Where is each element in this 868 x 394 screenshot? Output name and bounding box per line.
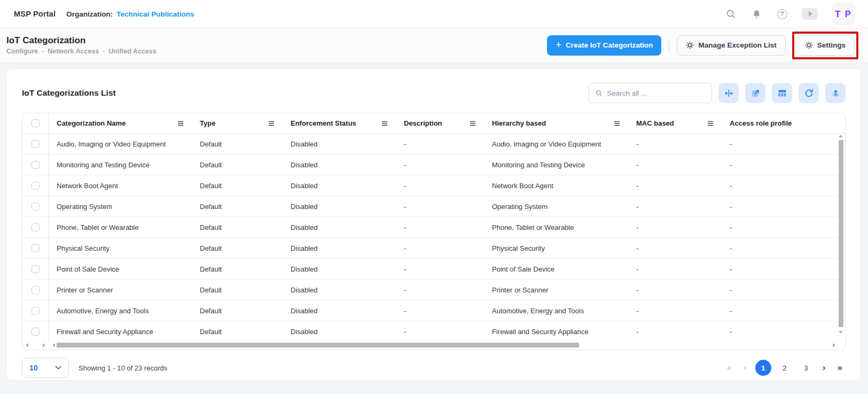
search-input[interactable] [607,89,705,97]
column-menu-icon[interactable] [470,121,476,126]
previous-page-button[interactable]: ‹ [740,362,750,373]
column-menu-icon[interactable] [381,121,388,126]
external-link-icon [750,88,761,98]
cell-description: - [396,203,484,211]
cell-type: Default [192,244,283,252]
export-button[interactable] [745,83,765,103]
row-checkbox[interactable] [32,265,40,273]
cell-categorization-name: Printer or Scanner [49,286,192,294]
column-header-access-role-profile: Access role profile [722,119,845,127]
row-checkbox[interactable] [32,203,40,211]
scroll-down-icon[interactable] [839,331,843,334]
row-checkbox-cell [22,280,49,300]
row-checkbox-cell [22,175,49,196]
select-all-cell [22,113,49,133]
cell-enforcement-status: Disabled [283,307,396,315]
first-page-button[interactable]: « [724,362,735,373]
cell-categorization-name: Phone, Tablet or Wearable [49,223,192,231]
cell-type: Default [192,307,283,315]
cell-description: - [396,328,484,336]
horizontal-scrollbar-thumb[interactable] [57,343,579,347]
page-number-button[interactable]: 2 [777,360,793,376]
cell-mac-based: - [629,203,722,211]
vertical-scrollbar-thumb[interactable] [839,140,843,327]
upload-icon [831,88,841,98]
breadcrumb-item[interactable]: Unified Access [109,48,157,55]
column-header-hierarchy-based: Hierarchy based [484,119,629,127]
cell-access-role-profile: - [722,265,845,273]
settings-button[interactable]: Settings [796,35,855,56]
cell-description: - [396,244,484,252]
search-icon[interactable] [725,8,737,20]
column-menu-icon[interactable] [268,121,275,126]
column-header-type: Type [192,119,283,127]
cell-enforcement-status: Disabled [283,140,396,148]
cell-access-role-profile: - [722,328,845,336]
cell-description: - [396,307,484,315]
settings-annotation-box: Settings [792,32,858,59]
table-row: Operating System Default Disabled - Oper… [22,196,845,217]
cell-mac-based: - [629,286,722,294]
table-body: Audio, Imaging or Video Equipment Defaul… [22,134,845,342]
column-menu-icon[interactable] [614,121,620,126]
scroll-up-icon[interactable] [839,135,843,137]
vertical-scrollbar[interactable] [838,135,844,342]
cell-access-role-profile: - [722,223,845,231]
breadcrumb-item[interactable]: Network Access [48,48,99,55]
horizontal-scrollbar[interactable] [22,343,845,348]
cell-enforcement-status: Disabled [283,223,396,231]
notifications-bell-icon[interactable] [750,8,762,20]
cell-access-role-profile: - [722,244,845,252]
create-iot-categorization-button[interactable]: + Create IoT Categorization [547,35,661,56]
row-checkbox[interactable] [32,182,40,190]
cell-mac-based: - [629,265,722,273]
column-settings-button[interactable] [772,83,792,103]
page-number-button[interactable]: 1 [755,360,771,376]
row-checkbox-cell [22,238,49,258]
play-triangle-icon [809,11,812,17]
help-icon[interactable]: ? [776,8,788,20]
frozen-scroll-right-icon[interactable] [43,343,45,347]
select-all-checkbox[interactable] [32,119,40,127]
iot-categorizations-card: IoT Categorizations List [6,68,861,381]
organization-label: Organization: [66,10,113,18]
table-footer: 10 Showing 1 - 10 of 23 records « ‹ 123 … [7,350,861,378]
row-checkbox[interactable] [32,307,40,315]
page-number-button[interactable]: 3 [798,360,814,376]
manage-exception-list-button[interactable]: Manage Exception List [677,35,785,56]
breadcrumb-item[interactable]: Configure [6,48,38,55]
breadcrumb: Configure-Network Access-Unified Access [6,48,157,55]
scroll-right-icon[interactable] [833,343,835,347]
row-checkbox[interactable] [32,328,40,336]
avatar[interactable]: T P [832,3,855,25]
column-menu-icon[interactable] [177,121,184,126]
frozen-scroll-left-icon[interactable] [26,343,28,347]
organization-link[interactable]: Technical Publications [116,10,194,18]
upload-button[interactable] [825,83,846,103]
video-tutorial-icon[interactable] [802,8,818,20]
row-checkbox[interactable] [32,244,40,252]
last-page-button[interactable]: » [834,362,846,373]
row-checkbox[interactable] [32,140,40,148]
page-numbers: 123 [755,360,814,376]
next-page-button[interactable]: › [819,362,829,373]
cell-hierarchy-based: Operating System [484,203,629,211]
cell-mac-based: - [629,182,722,190]
cell-hierarchy-based: Automotive, Energy and Tools [484,307,629,315]
cell-type: Default [192,328,283,336]
cell-access-role-profile: - [722,140,845,148]
page-header: IoT Categorization Configure-Network Acc… [0,28,868,62]
cell-access-role-profile: - [722,286,845,294]
cell-description: - [396,265,484,273]
cell-enforcement-status: Disabled [283,161,396,169]
page-size-select[interactable]: 10 [22,358,69,378]
row-checkbox[interactable] [32,223,40,231]
row-checkbox[interactable] [32,286,40,294]
cell-categorization-name: Firewall and Security Appliance [49,328,192,336]
collapse-columns-button[interactable] [718,83,739,103]
scroll-left-icon[interactable] [52,343,55,347]
column-menu-icon[interactable] [707,121,714,126]
refresh-button[interactable] [799,83,819,103]
cell-mac-based: - [629,307,722,315]
row-checkbox[interactable] [32,161,40,169]
